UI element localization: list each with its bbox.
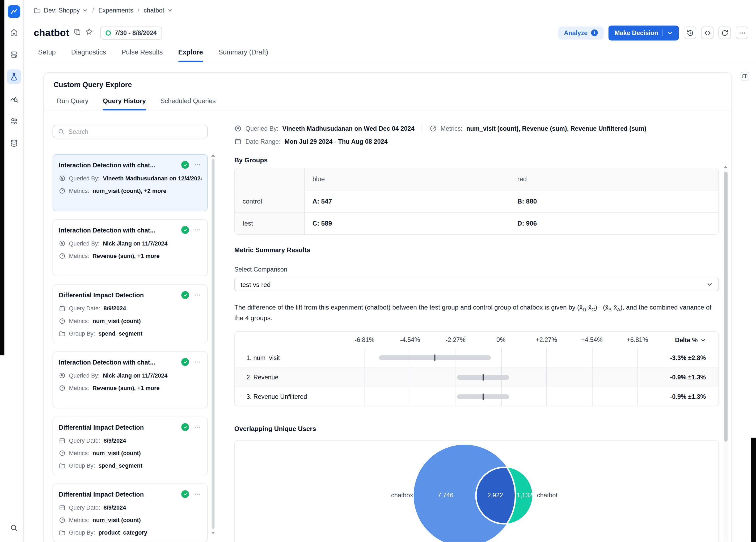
tab-pulse-results[interactable]: Pulse Results bbox=[121, 48, 163, 62]
query-title: Interaction Detection with chat... bbox=[59, 161, 177, 168]
description-text: The difference of the lift from this exp… bbox=[234, 304, 583, 311]
experiment-date-range-badge[interactable]: 7/30 - 8/8/2024 bbox=[100, 26, 162, 39]
button-divider bbox=[662, 29, 663, 36]
delta-value: -0.9% ±1.3% bbox=[660, 374, 719, 381]
confidence-interval-plot bbox=[342, 368, 660, 387]
item-menu-button[interactable] bbox=[193, 226, 202, 234]
screen-edge-artifact-bottom-right bbox=[751, 438, 756, 542]
page-title: chatbot bbox=[34, 27, 69, 39]
venn-intersection-value: 2,922 bbox=[487, 492, 503, 499]
subtab-run-query[interactable]: Run Query bbox=[57, 98, 88, 110]
line-value: Revenue (sum), +1 more bbox=[92, 253, 159, 259]
item-menu-button[interactable] bbox=[193, 423, 202, 431]
delta-value: -0.9% ±1.3% bbox=[660, 393, 719, 400]
main-area: Dev: Shoppy / Experiments / chatbot chat… bbox=[24, 0, 756, 542]
line-label: Group By: bbox=[69, 529, 95, 536]
comparison-description: The difference of the lift from this exp… bbox=[234, 303, 719, 323]
metric-label: 3. Revenue Unfiltered bbox=[235, 393, 342, 400]
history-item-6[interactable]: Differential Impact Detection Query Date… bbox=[53, 484, 208, 542]
scrollbar-thumb[interactable] bbox=[724, 172, 728, 442]
point-estimate-marker bbox=[483, 393, 484, 400]
collapse-panel-button[interactable] bbox=[741, 72, 749, 81]
subtab-query-history[interactable]: Query History bbox=[103, 98, 146, 110]
tab-setup[interactable]: Setup bbox=[38, 48, 56, 62]
sidebar-item-feature-gates[interactable] bbox=[6, 47, 21, 62]
search-input[interactable] bbox=[69, 128, 202, 135]
metric-row-revenue-unfiltered: 3. Revenue Unfiltered -0.9% ±1.3% bbox=[235, 387, 719, 406]
group-by-line: Group By: spend_segment bbox=[59, 330, 201, 337]
scroll-down-icon[interactable] bbox=[211, 532, 215, 534]
copy-name-button[interactable] bbox=[74, 28, 81, 37]
item-menu-button[interactable] bbox=[193, 291, 202, 299]
line-label: Query Date: bbox=[69, 305, 100, 312]
sidebar-item-users[interactable] bbox=[6, 114, 21, 128]
status-ring-icon bbox=[105, 30, 111, 35]
group-by-line: Group By: product_category bbox=[59, 529, 201, 536]
history-item-3[interactable]: Differential Impact Detection Query Date… bbox=[53, 284, 208, 343]
metrics-line: Metrics: Revenue (sum), +1 more bbox=[59, 253, 201, 259]
item-menu-button[interactable] bbox=[193, 490, 202, 498]
line-label: Group By: bbox=[69, 462, 95, 469]
history-button[interactable] bbox=[684, 27, 696, 39]
info-icon: i bbox=[591, 29, 598, 36]
detail-panel-scrollbar[interactable] bbox=[724, 165, 728, 542]
delta-sort-header[interactable]: Delta % bbox=[660, 336, 719, 344]
tab-diagnostics[interactable]: Diagnostics bbox=[71, 48, 106, 62]
item-menu-button[interactable] bbox=[193, 160, 202, 169]
app-logo[interactable] bbox=[7, 5, 20, 18]
metric-label: 2. Revenue bbox=[235, 374, 342, 381]
refresh-button[interactable] bbox=[718, 27, 731, 39]
success-check-icon bbox=[181, 291, 189, 299]
tab-explore[interactable]: Explore bbox=[178, 48, 203, 62]
description-text: -x̄ bbox=[612, 304, 617, 311]
sidebar-item-search[interactable] bbox=[6, 521, 21, 535]
pulse-logo-icon bbox=[10, 8, 18, 15]
scroll-up-icon[interactable] bbox=[724, 166, 728, 168]
more-options-button[interactable] bbox=[736, 27, 748, 39]
ellipsis-icon bbox=[194, 359, 200, 365]
subtab-scheduled-queries[interactable]: Scheduled Queries bbox=[160, 98, 216, 110]
metrics-label: Metrics: bbox=[441, 125, 463, 132]
person-circle-icon bbox=[234, 125, 242, 132]
metric-row-num-visit: 1. num_visit -3.3% ±2.8% bbox=[235, 348, 719, 367]
chevron-down-icon bbox=[707, 282, 713, 287]
chevron-down-icon bbox=[167, 7, 172, 13]
history-item-2[interactable]: Interaction Detection with chat... Queri… bbox=[53, 219, 208, 276]
make-decision-button[interactable]: Make Decision bbox=[608, 25, 679, 40]
sidebar-item-data-warehouse[interactable] bbox=[6, 136, 21, 150]
tab-summary-draft[interactable]: Summary (Draft) bbox=[218, 48, 268, 62]
sidebar-item-home[interactable] bbox=[6, 25, 21, 39]
panel-right-icon bbox=[742, 73, 748, 79]
favorite-star-button[interactable] bbox=[85, 28, 93, 37]
history-item-4[interactable]: Interaction Detection with chat... Queri… bbox=[53, 352, 208, 408]
sidebar-item-metrics-explore[interactable] bbox=[6, 92, 21, 106]
comparison-value: test vs red bbox=[240, 281, 271, 288]
explore-subtabs: Run Query Query History Scheduled Querie… bbox=[44, 89, 731, 111]
line-label: Metrics: bbox=[69, 318, 89, 324]
scrollbar-thumb[interactable] bbox=[212, 159, 215, 529]
gauge-icon bbox=[429, 125, 437, 132]
item-menu-button[interactable] bbox=[193, 358, 202, 366]
row-label: test bbox=[235, 213, 305, 234]
row-label: control bbox=[235, 190, 305, 212]
header-actions: Analyze i Make Decision bbox=[558, 25, 748, 40]
analyze-button[interactable]: Analyze i bbox=[558, 26, 603, 39]
code-button[interactable] bbox=[701, 27, 713, 39]
gauge-icon bbox=[59, 450, 65, 456]
history-item-5[interactable]: Differential Impact Detection Query Date… bbox=[53, 417, 208, 475]
breadcrumb-experiments[interactable]: Experiments bbox=[98, 6, 133, 14]
scroll-up-icon[interactable] bbox=[211, 154, 215, 157]
comparison-select[interactable]: test vs red bbox=[234, 278, 719, 291]
make-decision-label: Make Decision bbox=[615, 29, 658, 36]
gauge-icon bbox=[59, 318, 65, 324]
sidebar-item-experiments[interactable] bbox=[6, 69, 21, 84]
person-circle-icon bbox=[59, 175, 65, 182]
gauge-icon bbox=[59, 253, 65, 259]
breadcrumb-project[interactable]: Dev: Shoppy bbox=[34, 6, 88, 14]
history-item-1[interactable]: Interaction Detection with chat... Queri… bbox=[53, 154, 208, 211]
axis-tick: +4.54% bbox=[581, 336, 603, 344]
query-meta-row: Queried By: Vineeth Madhusudanan on Wed … bbox=[234, 125, 719, 132]
breadcrumb-current[interactable]: chatbot bbox=[144, 6, 172, 14]
history-list-scrollbar[interactable] bbox=[211, 153, 215, 535]
cell-test-red: D: 906 bbox=[510, 213, 719, 234]
